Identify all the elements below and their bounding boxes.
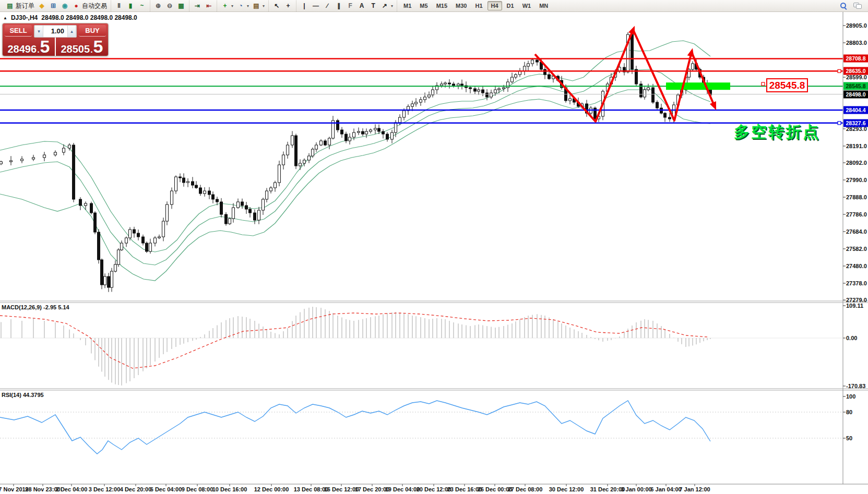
time-axis-label: 13 Dec 08:00	[294, 486, 329, 492]
time-axis-label: 23 Dec 16:00	[447, 486, 482, 492]
time-axis-label: 19 Dec 04:00	[385, 486, 420, 492]
price-level-flag: 28498.0	[843, 90, 868, 98]
trendline-icon: ∕	[323, 2, 331, 10]
price-level-flag: 28545.8	[843, 82, 868, 90]
chevron-down-icon[interactable]: ▾	[263, 4, 265, 8]
line-chart-icon: ~	[138, 2, 146, 10]
rsi-axis-label: 100	[846, 393, 855, 400]
chinese-annotation[interactable]: 多空转折点	[734, 122, 820, 143]
collapse-triangle-icon[interactable]: ▲	[3, 16, 7, 20]
fibonacci-button[interactable]: F	[344, 1, 356, 11]
one-click-trading-panel: SELL ▾ 1.00 ▴ BUY 28496.5 28505.5	[2, 23, 109, 56]
chart-shift-button[interactable]: ⇤	[203, 1, 215, 11]
time-axis-label: 9 Dec 08:00	[182, 486, 213, 492]
time-axis-label: 3 Jan 00:00	[621, 486, 651, 492]
vertical-line-icon: |	[300, 2, 308, 10]
timeframe-h4-button[interactable]: H4	[487, 1, 502, 10]
cursor-button[interactable]: ↖	[271, 1, 282, 11]
auto-scroll-icon: ⇥	[193, 2, 201, 10]
price-annotation-box[interactable]: 28545.8	[766, 78, 808, 92]
crosshair-button[interactable]: +	[282, 1, 294, 11]
volume-decrease-button[interactable]: ▾	[34, 26, 43, 37]
macd-indicator-label: MACD(12,26,9) -2.95 5.14	[2, 304, 69, 310]
time-axis-label: 28 Nov 23:00	[25, 486, 60, 492]
template-icon: ▤	[252, 2, 260, 10]
time-axis-label: 20 Dec 12:00	[417, 486, 451, 492]
volume-increase-button[interactable]: ▴	[67, 26, 76, 37]
chart-canvas[interactable]	[0, 0, 868, 494]
chevron-down-icon[interactable]: ▾	[231, 4, 233, 8]
bollinger-lower-band	[0, 89, 710, 281]
diamond-icon: ◆	[38, 2, 46, 10]
tile-windows-button[interactable]: ▦	[175, 1, 187, 11]
time-axis-label: 4 Dec 20:00	[120, 486, 152, 492]
horizontal-line-button[interactable]: —	[310, 1, 322, 11]
price-tick-label: 28191.0	[846, 143, 867, 149]
chevron-down-icon[interactable]: ▾	[391, 4, 393, 8]
auto-trading-button-label: 自动交易	[82, 2, 107, 10]
price-tick-label: 28905.0	[846, 22, 867, 29]
window-plus-icon: ⊞	[49, 2, 57, 10]
timeframe-mn-button[interactable]: MN	[536, 1, 552, 10]
timeframe-h1-button[interactable]: H1	[471, 1, 486, 10]
zoom-in-icon: ⊕	[154, 2, 162, 10]
volume-value[interactable]: 1.00	[43, 26, 67, 37]
new-order-button[interactable]: ▤新订单	[4, 1, 36, 11]
bars-chart-button[interactable]: ‖	[113, 1, 125, 11]
rsi-line	[0, 401, 710, 454]
volume-spinner[interactable]: ▾ 1.00 ▴	[34, 25, 77, 38]
vertical-line-button[interactable]: |	[299, 1, 310, 11]
clock-icon: ◔	[236, 2, 245, 10]
text-button[interactable]: A	[356, 1, 367, 11]
line-chart-button[interactable]: ~	[136, 1, 148, 11]
arrows-button[interactable]: ↗▾	[379, 1, 395, 11]
indicators-button[interactable]: +▾	[219, 1, 235, 11]
channel-button[interactable]: ∥	[333, 1, 344, 11]
timeframe-m1-button[interactable]: M1	[400, 1, 415, 10]
toolbar: ▤新订单◆⊞◉●自动交易‖▮~⊕⊖▦⇥⇤+▾◔▾▤▾↖+|—∕∥FAT↗▾M1M…	[0, 0, 868, 12]
text-icon: A	[358, 2, 366, 10]
price-level-flag: 28635.0	[843, 67, 868, 75]
periods-button[interactable]: ◔▾	[235, 1, 251, 11]
time-axis-label: 31 Dec 20:00	[590, 486, 625, 492]
chat-icon[interactable]	[853, 3, 862, 9]
price-level-flag: 28327.6	[843, 119, 868, 127]
zoom-out-icon: ⊖	[165, 2, 174, 10]
timeframe-m15-button[interactable]: M15	[433, 1, 451, 10]
open-chart-button[interactable]: ⊞	[47, 1, 59, 11]
buy-button[interactable]: BUY	[79, 25, 106, 37]
price-tick-label: 28803.0	[846, 40, 867, 46]
candlestick-icon: ▮	[126, 2, 135, 10]
sell-button[interactable]: SELL	[5, 25, 32, 37]
time-axis-label: 17 Dec 20:00	[355, 486, 390, 492]
buy-price[interactable]: 28505.5	[56, 38, 108, 56]
signal-icon: ◉	[61, 2, 69, 10]
timeframe-w1-button[interactable]: W1	[519, 1, 535, 10]
new-order-button-label: 新订单	[16, 2, 34, 10]
timeframe-d1-button[interactable]: D1	[503, 1, 518, 10]
sell-price[interactable]: 28496.5	[3, 38, 55, 56]
auto-scroll-button[interactable]: ⇥	[192, 1, 203, 11]
signals-button[interactable]: ◉	[59, 1, 70, 11]
zigzag-arrowhead	[687, 48, 694, 57]
auto-trading-button[interactable]: ●自动交易	[70, 1, 109, 11]
mql5-market-button[interactable]: ◆	[36, 1, 47, 11]
price-tick-label: 27990.0	[846, 177, 867, 183]
macd-axis-label: -170.83	[846, 383, 865, 389]
search-icon[interactable]	[840, 3, 847, 9]
timeframe-m30-button[interactable]: M30	[452, 1, 470, 10]
zoom-out-button[interactable]: ⊖	[164, 1, 175, 11]
text-label-button[interactable]: T	[367, 1, 379, 11]
zoom-in-button[interactable]: ⊕	[152, 1, 164, 11]
chevron-down-icon[interactable]: ▾	[247, 4, 249, 8]
new-order-icon: ▤	[6, 2, 14, 10]
templates-button[interactable]: ▤▾	[251, 1, 266, 11]
price-tick-label: 27684.0	[846, 228, 867, 235]
trendline-button[interactable]: ∕	[322, 1, 333, 11]
candles-chart-button[interactable]: ▮	[125, 1, 136, 11]
time-axis-label: 2 Dec 04:00	[56, 486, 88, 492]
chart-symbol-period: DJ30-,H4	[11, 14, 38, 21]
macd-axis-label: 109.11	[846, 303, 863, 309]
timeframe-m5-button[interactable]: M5	[416, 1, 431, 10]
chart-ohlc-values: 28498.0 28498.0 28498.0 28498.0	[41, 14, 137, 21]
